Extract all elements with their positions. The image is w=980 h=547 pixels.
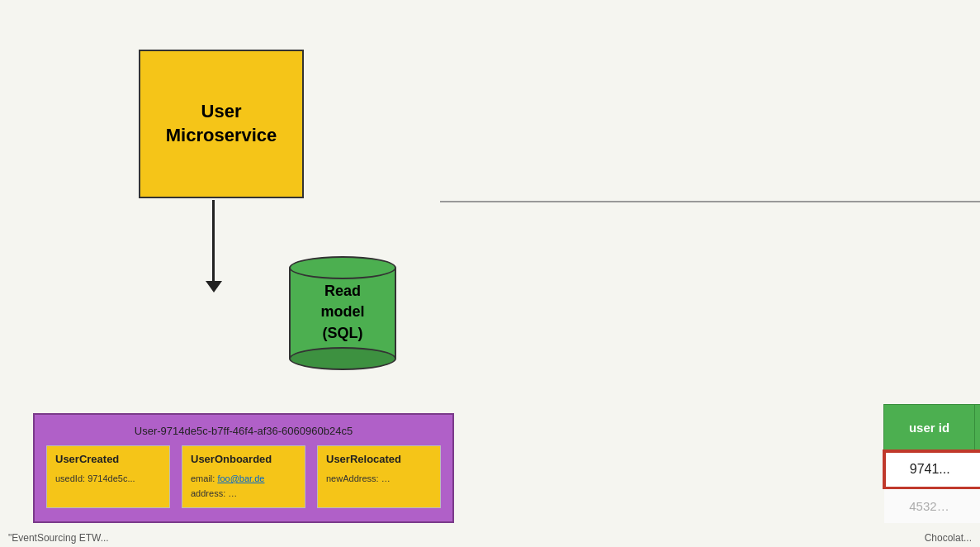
read-model-cylinder: Readmodel(SQL)	[281, 256, 405, 388]
event-card-title: UserOnboarded	[191, 453, 296, 465]
cylinder-top	[289, 256, 396, 279]
event-card-user-relocated: UserRelocated newAddress: …	[317, 445, 441, 508]
database-table-container: user id last eventid user name email str…	[440, 201, 980, 202]
event-card-title: UserRelocated	[326, 453, 432, 465]
table-row: 9741... 3 David foo@bar.de …	[884, 451, 981, 488]
event-card-user-onboarded: UserOnboarded email: foo@bar.deaddress: …	[182, 445, 305, 508]
table-row: 4532… 7 Martin null …	[884, 488, 981, 524]
event-card-field: newAddress: …	[326, 472, 432, 487]
col-user-id: user id	[884, 405, 975, 451]
cell-last-event-id-2: 7	[974, 488, 980, 524]
bottom-caption-right: Chocolat...	[925, 532, 972, 544]
event-card-user-created: UserCreated usedId: 9714de5c...	[46, 445, 170, 508]
microservice-label: UserMicroservice	[166, 100, 277, 147]
event-card-field: usedId: 9714de5c...	[55, 472, 161, 487]
microservice-box: UserMicroservice	[139, 50, 304, 198]
table-header-row: user id last eventid user name email str…	[884, 405, 981, 451]
event-card-field: email: foo@bar.deaddress: …	[191, 472, 296, 501]
cell-user-id: 9741...	[884, 451, 975, 488]
read-model-label: Readmodel(SQL)	[320, 281, 364, 344]
cylinder-bottom	[289, 347, 396, 370]
cell-last-event-id: 3	[974, 451, 980, 488]
event-store-title: User-9714de5c-b7ff-46f4-af36-6060960b24c…	[46, 425, 441, 437]
bottom-caption-left: "EventSourcing ETW...	[8, 532, 109, 544]
database-table: user id last eventid user name email str…	[883, 404, 980, 523]
email-link: foo@bar.de	[217, 473, 264, 483]
event-card-title: UserCreated	[55, 453, 161, 465]
col-last-event-id: last eventid	[974, 405, 980, 451]
cell-user-id-2: 4532…	[884, 488, 975, 524]
event-cards-list: UserCreated usedId: 9714de5c... UserOnbo…	[46, 445, 441, 508]
arrow-down-icon	[212, 200, 215, 283]
event-store-container: User-9714de5c-b7ff-46f4-af36-6060960b24c…	[33, 413, 454, 523]
cylinder-body: Readmodel(SQL)	[289, 268, 396, 359]
